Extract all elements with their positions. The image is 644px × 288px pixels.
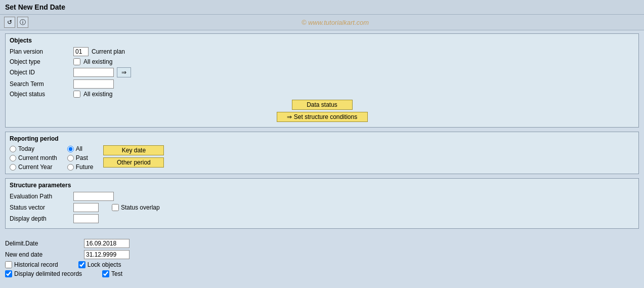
radio-all-row: All (67, 145, 94, 152)
object-status-row: Object status All existing (10, 91, 634, 98)
status-overlap-checkbox[interactable] (112, 204, 119, 211)
delimit-date-label: Delimit.Date (5, 240, 81, 247)
status-vector-label: Status vector (10, 204, 70, 211)
radio-future-row: Future (67, 163, 94, 171)
status-vector-row: Status vector Status overlap (10, 203, 634, 212)
radio-future[interactable] (67, 164, 74, 171)
radio-current-month-label: Current month (18, 154, 57, 161)
display-depth-row: Display depth (10, 214, 634, 223)
other-period-button[interactable]: Other period (103, 157, 164, 168)
search-term-row: Search Term (10, 79, 634, 89)
object-type-label: Object type (10, 58, 70, 65)
key-date-button[interactable]: Key date (103, 145, 164, 155)
radio-all[interactable] (67, 146, 74, 152)
radio-all-label: All (76, 145, 82, 152)
lock-objects-checkbox[interactable] (78, 261, 85, 268)
set-structure-row: ⇒ Set structure conditions (10, 112, 634, 122)
back-icon[interactable]: ↺ (4, 17, 15, 28)
historical-record-row: Historical record (5, 261, 58, 268)
object-id-arrow-btn[interactable]: ⇒ (117, 67, 131, 77)
radio-today-row: Today (10, 145, 57, 152)
radio-current-month-row: Current month (10, 154, 57, 161)
title-bar: Set New End Date (0, 0, 644, 15)
object-id-label: Object ID (10, 69, 70, 76)
object-status-label: Object status (10, 91, 70, 98)
radio-current-year-label: Current Year (18, 163, 52, 171)
status-overlap-container: Status overlap (112, 204, 160, 211)
radio-past[interactable] (67, 155, 74, 161)
display-depth-label: Display depth (10, 215, 70, 222)
watermark: © www.tutorialkart.com (30, 19, 640, 26)
delimit-date-input[interactable] (84, 239, 130, 248)
bottom-section: Delimit.Date New end date Historical rec… (0, 236, 644, 280)
reporting-section: Reporting period Today Current month Cur… (5, 132, 639, 174)
lock-objects-row: Lock objects (78, 261, 121, 268)
object-type-checkbox[interactable] (73, 58, 80, 65)
arrow-right-icon: ⇒ (121, 69, 126, 76)
reporting-col2: All Past Future (67, 145, 94, 171)
display-delimited-label: Display delimited records (14, 270, 82, 277)
reporting-col1: Today Current month Current Year (10, 145, 57, 171)
status-buttons-row: Data status (10, 100, 634, 110)
new-end-date-row: New end date (5, 250, 639, 259)
object-status-text: All existing (83, 91, 112, 98)
checkboxes-row2: Display delimited records Test (5, 270, 639, 277)
new-end-date-label: New end date (5, 251, 81, 258)
delimit-date-row: Delimit.Date (5, 239, 639, 248)
plan-version-input[interactable] (73, 47, 89, 56)
display-delimited-checkbox[interactable] (5, 270, 12, 277)
plan-version-row: Plan version Current plan (10, 47, 634, 56)
radio-today[interactable] (10, 146, 16, 152)
historical-record-label: Historical record (14, 261, 58, 268)
checkboxes-row1: Historical record Lock objects (5, 261, 639, 268)
object-id-row: Object ID ⇒ (10, 67, 634, 77)
toolbar: ↺ ⓘ © www.tutorialkart.com (0, 15, 644, 30)
data-status-button[interactable]: Data status (292, 100, 353, 110)
radio-future-label: Future (76, 163, 94, 171)
plan-version-text: Current plan (92, 48, 125, 55)
info-icon[interactable]: ⓘ (17, 17, 28, 28)
lock-objects-label: Lock objects (88, 261, 121, 268)
display-depth-input[interactable] (73, 214, 99, 223)
radio-today-label: Today (18, 145, 34, 152)
eval-path-label: Evaluation Path (10, 193, 70, 200)
search-term-label: Search Term (10, 80, 70, 88)
radio-current-year-row: Current Year (10, 163, 57, 171)
status-vector-input[interactable] (73, 203, 99, 212)
set-structure-label: Set structure conditions (294, 113, 357, 120)
status-overlap-label: Status overlap (121, 204, 160, 211)
new-end-date-input[interactable] (84, 250, 130, 259)
object-type-text: All existing (83, 58, 112, 65)
set-structure-arrow-icon: ⇒ (287, 113, 292, 120)
test-label: Test (111, 270, 122, 277)
object-status-checkbox[interactable] (73, 91, 80, 98)
objects-title: Objects (10, 37, 634, 44)
eval-path-input[interactable] (73, 192, 114, 201)
structure-title: Structure parameters (10, 182, 634, 189)
radio-current-month[interactable] (10, 155, 16, 161)
plan-version-label: Plan version (10, 48, 70, 55)
radio-past-row: Past (67, 154, 94, 161)
main-content: Objects Plan version Current plan Object… (0, 30, 644, 236)
radio-past-label: Past (76, 154, 88, 161)
reporting-title: Reporting period (10, 135, 634, 142)
search-term-input[interactable] (73, 79, 114, 89)
objects-section: Objects Plan version Current plan Object… (5, 33, 639, 128)
test-row: Test (102, 270, 122, 277)
structure-section: Structure parameters Evaluation Path Sta… (5, 178, 639, 229)
display-delimited-row: Display delimited records (5, 270, 82, 277)
radio-current-year[interactable] (10, 164, 16, 171)
historical-record-checkbox[interactable] (5, 261, 12, 268)
test-checkbox[interactable] (102, 270, 109, 277)
eval-path-row: Evaluation Path (10, 192, 634, 201)
period-buttons: Key date Other period (103, 145, 164, 168)
object-type-row: Object type All existing (10, 58, 634, 65)
set-structure-button[interactable]: ⇒ Set structure conditions (277, 112, 368, 122)
object-id-input[interactable] (73, 68, 114, 77)
page-title: Set New End Date (5, 3, 65, 11)
